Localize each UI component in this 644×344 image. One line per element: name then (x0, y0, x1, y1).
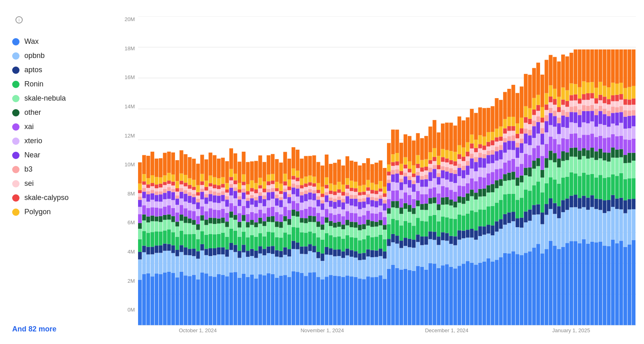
svg-rect-1186 (482, 108, 486, 136)
svg-rect-531 (292, 241, 295, 249)
svg-rect-704 (341, 209, 345, 216)
svg-rect-563 (300, 210, 303, 218)
svg-rect-361 (242, 274, 245, 325)
svg-rect-1629 (615, 112, 619, 125)
svg-rect-12 (138, 259, 142, 280)
svg-rect-1010 (432, 197, 436, 203)
svg-rect-1299 (520, 255, 523, 325)
legend-item-polygon[interactable]: Polygon (12, 205, 110, 219)
svg-rect-1405 (549, 113, 552, 125)
svg-rect-1340 (528, 75, 532, 108)
svg-rect-929 (408, 180, 411, 188)
svg-rect-1563 (594, 88, 598, 98)
svg-rect-963 (420, 267, 424, 325)
svg-rect-917 (404, 168, 407, 172)
svg-rect-276 (213, 155, 216, 177)
svg-rect-197 (192, 225, 196, 234)
svg-rect-692 (337, 196, 341, 200)
legend-item-other[interactable]: other (12, 106, 110, 119)
svg-rect-116 (167, 199, 171, 205)
svg-rect-265 (213, 248, 216, 255)
and-more-link[interactable]: And 82 more (12, 322, 110, 336)
svg-rect-823 (379, 275, 383, 325)
svg-rect-470 (271, 181, 274, 184)
svg-rect-638 (321, 194, 324, 197)
svg-rect-797 (370, 250, 374, 257)
legend-label-opbnb: opbnb (24, 52, 45, 60)
svg-rect-338 (233, 215, 237, 220)
svg-rect-1238 (499, 145, 503, 150)
svg-rect-31 (142, 205, 146, 215)
svg-rect-1501 (578, 138, 581, 151)
svg-rect-669 (333, 276, 337, 325)
svg-rect-914 (404, 184, 407, 192)
svg-rect-130 (171, 200, 175, 208)
legend-item-wax[interactable]: Wax (12, 35, 110, 48)
svg-rect-501 (283, 275, 287, 325)
svg-rect-1227 (495, 129, 499, 137)
svg-rect-431 (263, 275, 266, 325)
legend-item-xterio[interactable]: xterio (12, 134, 110, 148)
svg-rect-1076 (453, 245, 457, 269)
svg-rect-66 (151, 152, 154, 175)
svg-rect-1592 (603, 49, 606, 86)
svg-rect-1635 (619, 241, 623, 325)
svg-rect-614 (316, 258, 320, 277)
x-axis-label: January 1, 2025 (552, 327, 590, 333)
svg-rect-459 (271, 274, 274, 325)
legend-item-aptos[interactable]: aptos (12, 63, 110, 77)
svg-rect-772 (362, 224, 366, 229)
legend-item-b3[interactable]: b3 (12, 163, 110, 176)
svg-rect-597 (308, 176, 312, 183)
svg-rect-1474 (570, 122, 573, 133)
svg-rect-671 (333, 249, 337, 256)
svg-rect-1206 (491, 184, 494, 192)
svg-rect-38 (142, 155, 146, 174)
svg-rect-403 (254, 278, 258, 325)
svg-rect-1330 (528, 191, 532, 209)
svg-rect-485 (275, 182, 279, 188)
svg-rect-240 (204, 219, 208, 225)
svg-rect-1012 (432, 178, 436, 187)
svg-rect-118 (167, 187, 171, 191)
svg-rect-239 (204, 225, 208, 235)
legend-item-skale-nebula[interactable]: skale-nebula (12, 92, 110, 105)
svg-rect-1617 (611, 101, 615, 107)
legend-item-skale-calypso[interactable]: skale-calypso (12, 191, 110, 204)
svg-rect-827 (379, 226, 383, 235)
svg-rect-305 (225, 276, 229, 325)
svg-rect-1250 (503, 153, 507, 162)
svg-rect-430 (258, 155, 262, 178)
svg-rect-927 (408, 195, 411, 205)
svg-rect-250 (209, 256, 212, 276)
svg-rect-1187 (486, 258, 490, 325)
svg-rect-1604 (607, 99, 610, 104)
legend-item-near[interactable]: Near (12, 148, 110, 162)
svg-rect-1205 (491, 192, 494, 206)
svg-rect-947 (412, 166, 415, 174)
svg-rect-1558 (594, 127, 598, 137)
svg-rect-277 (217, 274, 220, 325)
svg-rect-936 (412, 248, 415, 271)
svg-rect-87 (159, 208, 162, 216)
svg-rect-95 (163, 273, 166, 325)
svg-rect-1269 (507, 117, 511, 126)
svg-rect-1146 (474, 240, 478, 265)
legend-item-sei[interactable]: sei (12, 177, 110, 190)
svg-rect-1111 (462, 170, 465, 178)
svg-rect-962 (416, 133, 420, 155)
svg-rect-802 (370, 206, 374, 213)
svg-rect-832 (379, 195, 383, 199)
legend-item-ronin[interactable]: Ronin (12, 77, 110, 91)
svg-rect-418 (258, 254, 262, 274)
chart-wrapper: 20M18M16M14M12M10M8M6M4M2M0M (118, 16, 636, 325)
info-icon[interactable]: i (15, 16, 23, 24)
svg-rect-349 (238, 251, 241, 258)
svg-rect-201 (192, 197, 196, 204)
svg-rect-1632 (615, 95, 619, 101)
svg-rect-1145 (474, 264, 478, 325)
legend-item-opbnb[interactable]: opbnb (12, 49, 110, 62)
svg-rect-744 (354, 222, 357, 228)
legend-item-xai[interactable]: xai (12, 120, 110, 133)
svg-rect-948 (412, 140, 415, 165)
